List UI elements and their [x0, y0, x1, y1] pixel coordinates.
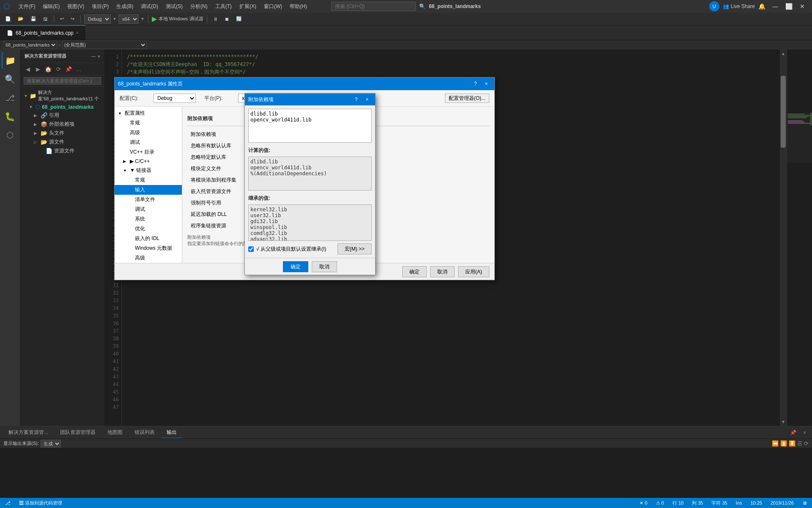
- scroll-thumb[interactable]: [781, 76, 786, 148]
- panel-close-icon[interactable]: ×: [801, 430, 809, 436]
- menu-window[interactable]: 窗口(W): [261, 1, 285, 12]
- menu-file[interactable]: 文件(F): [15, 1, 38, 12]
- add-dep-inherit-checkbox[interactable]: [248, 246, 254, 252]
- tab-map-view[interactable]: 地图图: [102, 427, 128, 438]
- live-share-btn[interactable]: 👥 Live Share: [723, 3, 755, 9]
- status-errors[interactable]: ✕ 0: [638, 500, 649, 506]
- path-breadcrumb-select[interactable]: 68_points_landmarks: [3, 41, 57, 49]
- menu-tools[interactable]: 工具(T): [212, 1, 235, 12]
- status-branch[interactable]: ⎇: [3, 500, 12, 506]
- sidebar-tool-1[interactable]: ◀: [24, 65, 32, 73]
- prop-tree-node[interactable]: 常规: [115, 175, 182, 185]
- add-dep-input[interactable]: [248, 109, 372, 143]
- toolbar-save-all-btn[interactable]: 🖫: [41, 16, 50, 22]
- tab-team-explorer[interactable]: 团队资源管理器: [55, 427, 101, 438]
- add-dep-macro-btn[interactable]: 宏(M) >>: [337, 243, 372, 254]
- search-icon-btn[interactable]: 🔍: [2, 71, 19, 88]
- path-scope-select[interactable]: (全局范围): [62, 41, 147, 49]
- toolbar-redo-btn[interactable]: ↪: [68, 15, 77, 22]
- output-tool-5[interactable]: ⟳: [804, 440, 809, 447]
- prop-tree-node[interactable]: 系统: [115, 214, 182, 224]
- status-warnings[interactable]: ⚠ 0: [654, 500, 666, 506]
- status-char[interactable]: 字符 35: [710, 500, 729, 506]
- tree-item-resources[interactable]: 📄 资源文件: [20, 146, 104, 155]
- prop-apply-btn[interactable]: 应用(A): [458, 266, 489, 277]
- tab-main-file[interactable]: 📄 68_points_landmarks.cpp ×: [0, 25, 85, 40]
- output-tool-2[interactable]: ⏫: [780, 440, 787, 447]
- prop-tree-node[interactable]: 输入: [115, 185, 182, 195]
- prop-tree-node[interactable]: 清单文件: [115, 195, 182, 204]
- tab-solution-explorer[interactable]: 解决方案资源管...: [3, 427, 53, 438]
- menu-project[interactable]: 项目(P): [88, 1, 112, 12]
- prop-tree-node[interactable]: 优化: [115, 224, 182, 234]
- status-line[interactable]: 行 10: [671, 500, 685, 506]
- git-icon-btn[interactable]: ⎇: [2, 89, 19, 106]
- prop-cancel-btn[interactable]: 取消: [430, 266, 455, 277]
- output-tool-4[interactable]: ☰: [797, 440, 802, 447]
- status-col[interactable]: 列 35: [690, 500, 705, 506]
- add-dep-cancel-btn[interactable]: 取消: [312, 261, 337, 272]
- tab-output[interactable]: 输出: [162, 427, 182, 438]
- tree-item-sources[interactable]: ▷ 📂 源文件: [20, 138, 104, 146]
- toolbar-undo-btn[interactable]: ↩: [58, 15, 66, 22]
- menu-analyze[interactable]: 分析(N): [187, 1, 211, 12]
- properties-close-btn[interactable]: ×: [482, 79, 491, 88]
- config-manager-btn[interactable]: 配置管理器(O)...: [445, 94, 489, 103]
- add-dep-close-btn[interactable]: ×: [362, 95, 372, 104]
- sidebar-close-icon[interactable]: ×: [98, 54, 100, 59]
- prop-tree-node[interactable]: 嵌入的 IDL: [115, 234, 182, 243]
- minimize-btn[interactable]: —: [769, 0, 782, 13]
- debug-config-select[interactable]: Debug: [84, 14, 111, 24]
- tab-error-list[interactable]: 错误列表: [129, 427, 160, 438]
- sidebar-search-input[interactable]: [24, 77, 101, 85]
- config-select[interactable]: Debug: [154, 94, 196, 103]
- panel-pin-icon[interactable]: 📌: [787, 430, 799, 436]
- tree-item-headers[interactable]: ▶ 📂 头文件: [20, 129, 104, 138]
- sidebar-collapse-icon[interactable]: —: [91, 54, 96, 59]
- prop-tree-node[interactable]: 常规: [115, 118, 182, 128]
- add-dep-ok-btn[interactable]: 确定: [283, 261, 308, 272]
- global-search-input[interactable]: [331, 2, 416, 11]
- sidebar-tool-2[interactable]: ▶: [34, 65, 42, 73]
- menu-extensions[interactable]: 扩展(X): [236, 1, 260, 12]
- prop-tree-node[interactable]: ▶ ▶ C/C++: [115, 157, 182, 166]
- prop-tree-node[interactable]: 调试: [115, 204, 182, 214]
- toolbar-new-btn[interactable]: 📄: [3, 15, 14, 22]
- restore-btn[interactable]: ⬜: [782, 0, 795, 13]
- status-ins[interactable]: Ins: [734, 500, 744, 505]
- prop-tree-node[interactable]: Windows 元数据: [115, 243, 182, 253]
- extensions-icon-btn[interactable]: ⬡: [2, 127, 19, 144]
- prop-tree-node[interactable]: ▼ ▼ 链接器: [115, 166, 182, 175]
- menu-edit[interactable]: 编辑(E): [39, 1, 63, 12]
- scroll-up-btn[interactable]: ▲: [779, 50, 787, 58]
- prop-tree-node[interactable]: 高级: [115, 253, 182, 263]
- tab-close-btn[interactable]: ×: [76, 30, 79, 35]
- menu-view[interactable]: 视图(V): [64, 1, 88, 12]
- scroll-down-btn[interactable]: ▼: [779, 418, 787, 426]
- sidebar-tool-6[interactable]: …: [74, 65, 83, 73]
- sidebar-tool-5[interactable]: 📌: [64, 65, 73, 73]
- prop-tree-node[interactable]: 高级: [115, 128, 182, 138]
- toolbar-pause-btn[interactable]: ⏸: [211, 16, 220, 22]
- properties-help-btn[interactable]: ?: [471, 79, 480, 88]
- tree-item-extdep[interactable]: ▶ 📦 外部依赖项: [20, 120, 104, 129]
- menu-build[interactable]: 生成(B): [113, 1, 137, 12]
- prop-tree-node[interactable]: VC++ 目录: [115, 147, 182, 157]
- sidebar-tool-4[interactable]: ⟳: [54, 65, 63, 73]
- run-btn[interactable]: ▶: [152, 15, 157, 23]
- add-dep-help-btn[interactable]: ?: [351, 95, 361, 104]
- toolbar-save-btn[interactable]: 💾: [28, 15, 39, 22]
- solution-node[interactable]: ▼ 📁 解决方案'68_points_landmarks'(1 个: [20, 88, 104, 103]
- close-btn[interactable]: ✕: [796, 0, 809, 13]
- status-add-source[interactable]: ☰ 添加到源代码管理: [17, 500, 64, 506]
- platform-select[interactable]: x64: [118, 14, 139, 24]
- project-node[interactable]: ▼ ⬡ 68_points_landmarks: [20, 103, 104, 111]
- explorer-icon-btn[interactable]: 📁: [2, 52, 19, 69]
- toolbar-stop-btn[interactable]: ⏹: [222, 16, 232, 22]
- menu-debug[interactable]: 调试(D): [137, 1, 162, 12]
- sidebar-tool-3[interactable]: 🏠: [44, 65, 52, 73]
- prop-ok-btn[interactable]: 确定: [402, 266, 427, 277]
- output-tool-3[interactable]: ⏬: [789, 440, 796, 447]
- prop-tree-node[interactable]: 调试: [115, 138, 182, 147]
- prop-tree-node[interactable]: ▼ 配置属性: [115, 108, 182, 118]
